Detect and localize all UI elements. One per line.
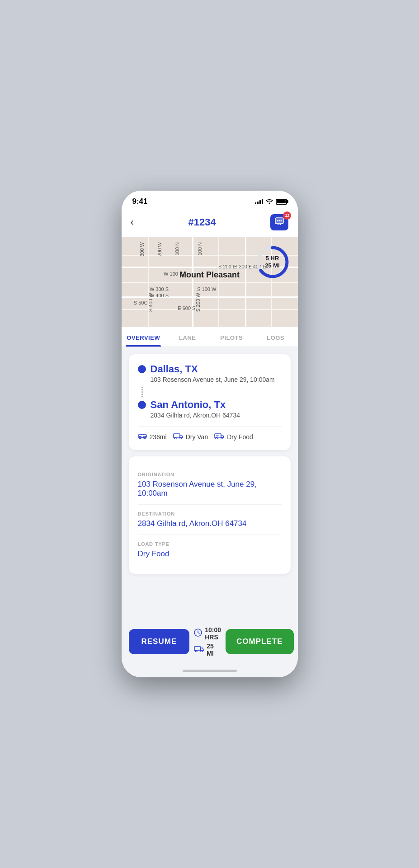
destination-detail: DESTINATION 2834 Gilhla rd, Akron.OH 647… (138, 505, 282, 535)
destination-city: San Antonio, Tx (151, 399, 226, 411)
status-icons (255, 198, 287, 205)
clock-icon (194, 629, 202, 638)
home-bar (183, 670, 237, 672)
tab-pilots[interactable]: PILOTS (210, 327, 254, 347)
truck-meta: Dry Van (173, 433, 208, 441)
details-card: ORIGINATION 103 Rosenson Avenue st, June… (129, 456, 291, 574)
signal-icon (255, 199, 263, 204)
origin-stop: Dallas, TX 103 Rosenson Avenue st, June … (138, 363, 282, 383)
truck-type-value: Dry Van (186, 433, 208, 441)
trip-stats: 10:00 HRS 25 MI (194, 626, 221, 657)
svg-point-14 (216, 437, 217, 439)
svg-rect-17 (194, 647, 201, 651)
destination-value: 2834 Gilhla rd, Akron.OH 64734 (138, 519, 282, 528)
home-indicator (122, 666, 298, 677)
tabs: OVERVIEW LANE PILOTS LOGS (122, 327, 298, 347)
load-icon (214, 433, 224, 441)
distance-value: 236mi (150, 433, 167, 441)
tab-logs[interactable]: LOGS (254, 327, 298, 347)
chat-icon (275, 217, 284, 227)
route-meta: 236mi Dry Van (138, 426, 282, 441)
load-meta: Dry Food (214, 433, 253, 441)
back-button[interactable]: ‹ (131, 216, 134, 228)
origin-address: 103 Rosenson Avenue st, June 29, 10:00am (151, 376, 282, 383)
origin-city: Dallas, TX (151, 363, 198, 375)
complete-button[interactable]: COMPLETE (226, 629, 293, 654)
svg-rect-10 (174, 434, 180, 438)
header: ‹ #1234 12 (122, 210, 298, 237)
distance-icon (138, 433, 147, 441)
load-type-value: Dry Food (138, 549, 282, 558)
content-area: Dallas, TX 103 Rosenson Avenue st, June … (122, 347, 298, 621)
wifi-icon (266, 198, 273, 205)
tab-lane[interactable]: LANE (165, 327, 210, 347)
svg-point-3 (279, 220, 280, 221)
tab-overview[interactable]: OVERVIEW (122, 327, 166, 347)
map-area: 100 N 200 W 300 W 100 N W 100 S W 300 S … (122, 237, 298, 327)
origination-label: ORIGINATION (138, 472, 282, 477)
eta-hours: 5 HR (265, 255, 280, 262)
destination-address: 2834 Gilhla rd, Akron.OH 64734 (151, 412, 282, 419)
load-type-value: Dry Food (227, 433, 253, 441)
origination-detail: ORIGINATION 103 Rosenson Avenue st, June… (138, 465, 282, 505)
svg-point-4 (281, 220, 282, 221)
hours-stat: 10:00 HRS (194, 626, 221, 641)
load-type-label: LOAD TYPE (138, 541, 282, 547)
miles-value: 25 MI (207, 643, 221, 657)
svg-point-19 (201, 650, 202, 652)
miles-stat: 25 MI (194, 643, 221, 657)
distance-meta: 236mi (138, 433, 167, 441)
destination-stop: San Antonio, Tx 2834 Gilhla rd, Akron.OH… (138, 399, 282, 419)
chat-button[interactable]: 12 (270, 214, 288, 230)
svg-point-12 (180, 437, 182, 439)
destination-label: DESTINATION (138, 511, 282, 516)
route-card: Dallas, TX 103 Rosenson Avenue st, June … (129, 354, 291, 450)
truck-icon (173, 433, 183, 441)
load-type-detail: LOAD TYPE Dry Food (138, 535, 282, 565)
truck-bottom-icon (194, 646, 204, 654)
bottom-bar: RESUME 10:00 HRS (122, 621, 298, 666)
status-bar: 9:41 (122, 191, 298, 210)
svg-point-15 (221, 437, 223, 439)
svg-rect-7 (138, 435, 146, 437)
svg-point-2 (277, 220, 278, 221)
origination-value: 103 Rosenson Avenue st, June 29, 10:00am (138, 480, 282, 498)
battery-icon (276, 199, 287, 205)
destination-dot (138, 401, 146, 409)
eta-miles: 25 MI (265, 262, 280, 269)
resume-button[interactable]: RESUME (129, 629, 190, 654)
map-city-label: Mount Pleasant (179, 270, 240, 280)
origin-dot (138, 365, 146, 373)
status-time: 9:41 (132, 197, 148, 206)
route-connector (141, 385, 282, 399)
svg-point-11 (174, 437, 176, 439)
eta-circle: 5 HR 25 MI (254, 244, 291, 280)
page-title: #1234 (188, 216, 216, 228)
hours-value: 10:00 HRS (205, 626, 221, 641)
svg-point-18 (195, 650, 197, 652)
chat-badge: 12 (283, 211, 291, 220)
